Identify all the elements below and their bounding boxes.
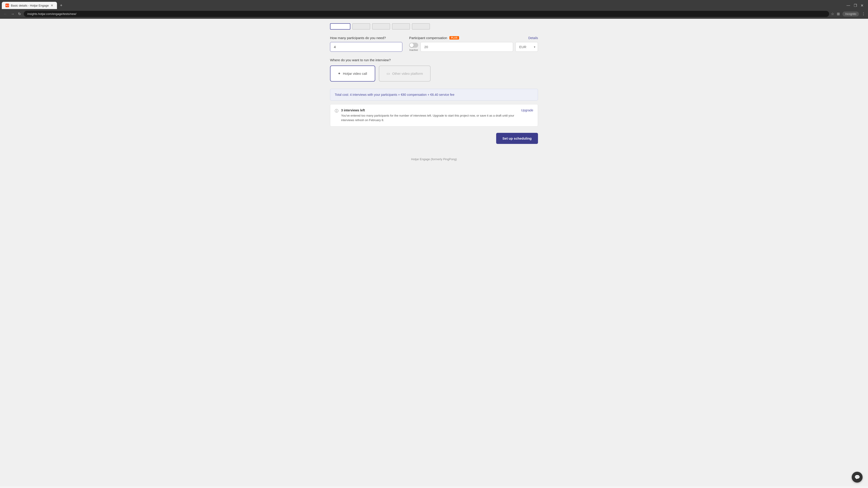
tab-bar: HJ Basic details - Hotjar Engage ✕ + — ❐… bbox=[0, 0, 868, 9]
set-up-scheduling-button[interactable]: Set up scheduling bbox=[496, 133, 538, 144]
more-icon[interactable]: ⋮ bbox=[862, 12, 865, 16]
step-3[interactable] bbox=[372, 23, 390, 30]
browser-toolbar: ← → ↻ insights.hotjar.com/engage/tests/n… bbox=[0, 9, 868, 19]
hotjar-video-label: Hotjar video call bbox=[343, 72, 367, 75]
star-icon[interactable]: ☆ bbox=[831, 12, 834, 16]
browser-window: HJ Basic details - Hotjar Engage ✕ + — ❐… bbox=[0, 0, 868, 19]
interview-location-label: Where do you want to run the interview? bbox=[330, 58, 538, 62]
plus-badge: PLUS bbox=[450, 36, 459, 39]
step-indicators bbox=[330, 23, 538, 30]
step-4[interactable] bbox=[392, 23, 410, 30]
main-container: How many participants do you need? Parti… bbox=[326, 23, 542, 144]
new-tab-button[interactable]: + bbox=[58, 2, 65, 9]
step-2[interactable] bbox=[352, 23, 370, 30]
toggle-container: Inactive bbox=[409, 43, 418, 51]
interview-location-section: Where do you want to run the interview? bbox=[330, 58, 538, 62]
currency-wrapper: EUR USD GBP ▾ bbox=[515, 42, 538, 52]
participants-label: How many participants do you need? bbox=[330, 36, 402, 40]
footer-text: Hotjar Engage (formerly PingPong) bbox=[411, 158, 457, 161]
tab-favicon: HJ bbox=[5, 4, 9, 7]
upgrade-link[interactable]: Upgrade bbox=[521, 108, 533, 112]
info-icon: ⓘ bbox=[335, 109, 338, 113]
toolbar-actions: ☆ ⊞ Incognito ⋮ bbox=[831, 11, 865, 17]
warning-body: You've entered too many participants for… bbox=[341, 113, 518, 122]
page-footer: Hotjar Engage (formerly PingPong) bbox=[0, 153, 868, 165]
cta-row: Set up scheduling bbox=[330, 133, 538, 144]
amount-input[interactable] bbox=[421, 42, 513, 52]
cost-banner: Total cost: 4 interviews with your parti… bbox=[330, 89, 538, 101]
restore-button[interactable]: ❐ bbox=[854, 3, 857, 8]
hotjar-video-option[interactable]: ✦ Hotjar video call bbox=[330, 66, 375, 82]
back-button[interactable]: ← bbox=[3, 11, 8, 17]
participants-compensation-row: How many participants do you need? Parti… bbox=[330, 36, 538, 52]
compensation-label: Participant compensation bbox=[409, 36, 447, 40]
tab-close-button[interactable]: ✕ bbox=[51, 4, 53, 7]
other-video-icon: ▭ bbox=[386, 71, 390, 76]
toggle-label: Inactive bbox=[409, 48, 418, 51]
compensation-header: Participant compensation PLUS Details bbox=[409, 36, 538, 40]
details-link[interactable]: Details bbox=[528, 36, 538, 40]
warning-content: 3 interviews left You've entered too man… bbox=[341, 108, 518, 122]
window-controls: — ❐ ✕ bbox=[846, 3, 866, 8]
incognito-label: Incognito bbox=[845, 12, 856, 15]
cost-text: Total cost: 4 interviews with your parti… bbox=[335, 93, 454, 96]
incognito-badge: Incognito bbox=[842, 11, 859, 17]
url-display: insights.hotjar.com/engage/tests/new/ bbox=[27, 12, 76, 15]
step-5[interactable] bbox=[412, 23, 430, 30]
warning-box: ⓘ 3 interviews left You've entered too m… bbox=[330, 104, 538, 127]
chat-bubble-icon: 💬 bbox=[855, 475, 860, 480]
minimize-button[interactable]: — bbox=[846, 3, 850, 7]
participants-input[interactable] bbox=[330, 42, 402, 52]
currency-select[interactable]: EUR USD GBP bbox=[515, 42, 538, 52]
toggle-knob bbox=[410, 43, 414, 47]
participants-group: How many participants do you need? bbox=[330, 36, 402, 52]
compensation-toggle[interactable] bbox=[409, 43, 418, 48]
video-options: ✦ Hotjar video call ▭ Other video platfo… bbox=[330, 66, 538, 82]
other-video-label: Other video platform bbox=[392, 72, 423, 75]
hotjar-video-icon: ✦ bbox=[338, 71, 341, 76]
page-content: How many participants do you need? Parti… bbox=[0, 19, 868, 486]
chat-bubble-button[interactable]: 💬 bbox=[852, 472, 863, 483]
refresh-button[interactable]: ↻ bbox=[17, 11, 22, 17]
extensions-icon[interactable]: ⊞ bbox=[837, 12, 840, 16]
close-button[interactable]: ✕ bbox=[861, 3, 864, 8]
compensation-group: Participant compensation PLUS Details In… bbox=[409, 36, 538, 52]
address-bar[interactable]: insights.hotjar.com/engage/tests/new/ bbox=[24, 11, 829, 17]
warning-title: 3 interviews left bbox=[341, 108, 518, 112]
other-video-option[interactable]: ▭ Other video platform bbox=[379, 66, 431, 82]
active-tab[interactable]: HJ Basic details - Hotjar Engage ✕ bbox=[2, 2, 57, 9]
step-1[interactable] bbox=[330, 23, 350, 30]
tab-title: Basic details - Hotjar Engage bbox=[11, 4, 49, 7]
compensation-controls: Inactive EUR USD GBP ▾ bbox=[409, 42, 538, 52]
forward-button[interactable]: → bbox=[10, 11, 16, 17]
